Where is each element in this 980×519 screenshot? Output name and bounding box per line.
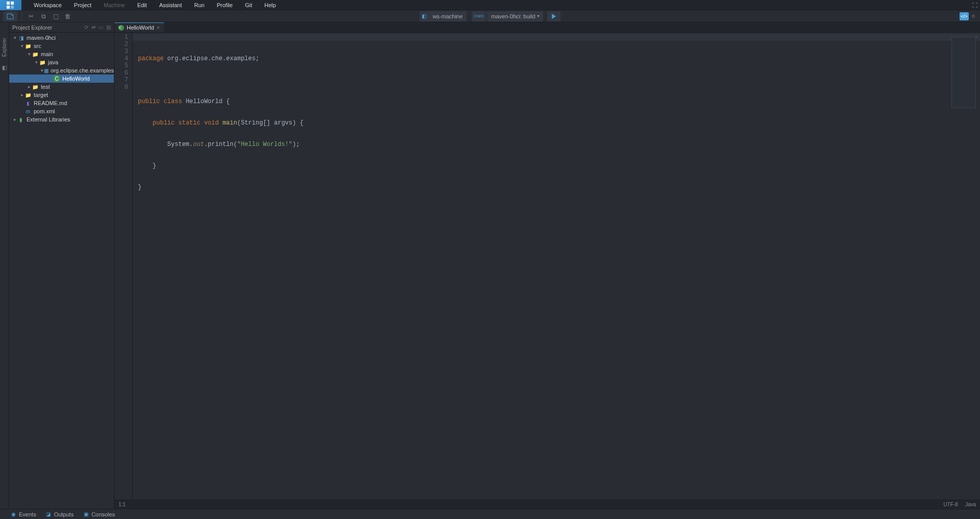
toolbar: ✂ ⧉ ▢ 🗑 ◧ ws-machine CMD maven-0hci: bui… [0,10,980,22]
che-logo[interactable] [0,0,21,10]
tree-row[interactable]: ▾📁src [9,42,114,50]
panel-events[interactable]: ◉ Events [10,511,36,517]
tree-row[interactable]: ▾📁main [9,50,114,58]
file-encoding[interactable]: UTF-8 [944,502,958,507]
cursor-position: 1:1 [118,502,126,507]
md-icon: ▮ [25,100,32,107]
cut-icon[interactable]: ✂ [26,11,36,21]
expand-arrow-icon[interactable]: ▾ [34,60,39,65]
svg-rect-3 [11,6,14,9]
editor-area: C HelloWorld × 12345678 package org.ecli… [114,22,980,509]
tree-label: README.md [34,100,67,106]
expand-arrow-icon[interactable]: ▸ [27,84,32,89]
lib-icon: ▮ [17,116,25,123]
explorer-rail-label[interactable]: Explorer [2,38,7,57]
panel-consoles[interactable]: ▣ Consoles [83,511,115,517]
fullscreen-toggle-icon[interactable]: ⛶ [969,0,980,10]
editor-tab-label: HelloWorld [127,24,154,31]
new-resource-button[interactable] [3,11,17,21]
tree-row[interactable]: ▸📁test [9,83,114,91]
tree-row[interactable]: CHelloWorld [9,75,114,83]
chevron-down-icon: ▾ [537,14,539,18]
editor-statusbar: 1:1 UTF-8 Java [114,500,980,509]
svg-rect-0 [7,2,10,5]
svg-rect-1 [11,2,14,5]
run-command-button[interactable] [547,11,561,21]
tree-row[interactable]: ▾▦org.eclipse.che.examples [9,66,114,75]
perspective-ops-icon[interactable]: ⚙ [969,12,978,20]
minimap[interactable] [951,37,976,108]
code-editor[interactable]: 12345678 package org.eclipse.che.example… [114,33,980,500]
delete-icon[interactable]: 🗑 [63,11,73,21]
close-icon[interactable]: × [157,24,160,31]
line-gutter: 12345678 [114,33,133,500]
tree-label: test [41,84,50,90]
copy-icon[interactable]: ⧉ [38,11,49,21]
panel-outputs[interactable]: ◪ Outputs [45,511,74,517]
rail-icon[interactable]: ◧ [2,65,7,70]
link-editor-icon[interactable]: ⇄ [91,24,95,30]
tree-label: External Libraries [27,116,70,122]
tree-label: main [41,51,53,57]
current-line-highlight [133,34,980,41]
refresh-icon[interactable]: ⟳ [84,24,88,30]
pkg-icon: ▦ [44,67,49,74]
menu-assistant[interactable]: Assistant [153,0,188,10]
machine-selector[interactable]: ◧ ws-machine [419,11,467,21]
command-selected-label: maven-0hci: build [491,13,535,19]
editor-tab-helloworld[interactable]: C HelloWorld × [114,22,164,32]
code-content[interactable]: package org.eclipse.che.examples; public… [133,33,980,500]
command-badge: CMD [472,11,486,21]
menu-workspace[interactable]: Workspace [28,0,68,10]
collapse-all-icon[interactable]: ▭ [99,24,103,30]
tree-row[interactable]: ▮README.md [9,99,114,107]
machine-name: ws-machine [428,13,467,19]
file-language[interactable]: Java [965,502,976,507]
expand-arrow-icon[interactable]: ▾ [27,52,32,57]
tree-label: src [34,43,41,49]
command-selector[interactable]: maven-0hci: build ▾ [487,11,543,21]
menu-git[interactable]: Git [239,0,258,10]
bottom-panel-strip: ◉ Events ◪ Outputs ▣ Consoles [0,509,980,519]
menu-profile[interactable]: Profile [210,0,238,10]
menu-machine: Machine [98,0,131,10]
menu-project[interactable]: Project [68,0,98,10]
perspective-dev-icon[interactable]: </> [960,12,969,20]
expand-arrow-icon[interactable]: ▾ [12,35,17,40]
menu-help[interactable]: Help [258,0,282,10]
tree-row[interactable]: ▾◨maven-0hci [9,34,114,42]
class-icon: C [118,25,124,31]
tree-label: maven-0hci [27,35,56,41]
expand-arrow-icon[interactable]: ▸ [19,92,25,97]
explorer-title: Project Explorer [12,24,52,31]
menubar: Workspace Project Machine Edit Assistant… [0,0,980,10]
tree-row[interactable]: ▾📁java [9,58,114,66]
tree-label: java [48,59,58,65]
tree-row[interactable]: ▸📁target [9,91,114,99]
tree-label: HelloWorld [62,76,90,82]
paste-icon[interactable]: ▢ [51,11,61,21]
folder-icon: 📁 [39,59,46,66]
outputs-icon: ◪ [45,511,52,517]
expand-arrow-icon[interactable]: ▸ [12,117,17,122]
expand-arrow-icon[interactable]: ▾ [19,43,25,48]
events-icon: ◉ [10,511,16,517]
left-rail: Explorer ◧ [0,22,9,509]
class-icon: C [53,75,60,82]
proj-icon: ◨ [17,34,25,41]
editor-tabstrip: C HelloWorld × [114,22,980,33]
folder-icon: 📁 [25,91,32,98]
tree-row[interactable]: mpom.xml [9,107,114,115]
explorer-menu-icon[interactable]: ▤ [106,24,111,30]
folder-icon: 📁 [25,42,32,50]
menu-edit[interactable]: Edit [131,0,153,10]
tree-row[interactable]: ▸▮External Libraries [9,115,114,123]
consoles-icon: ▣ [83,511,89,517]
xml-icon: m [25,108,32,115]
menu-run[interactable]: Run [188,0,210,10]
tree-label: pom.xml [34,108,55,114]
folder-icon: 📁 [32,51,39,58]
project-explorer: Project Explorer ⟳ ⇄ ▭ ▤ ▾◨maven-0hci▾📁s… [9,22,114,509]
svg-rect-2 [7,6,10,9]
folder-icon: 📁 [32,83,39,90]
